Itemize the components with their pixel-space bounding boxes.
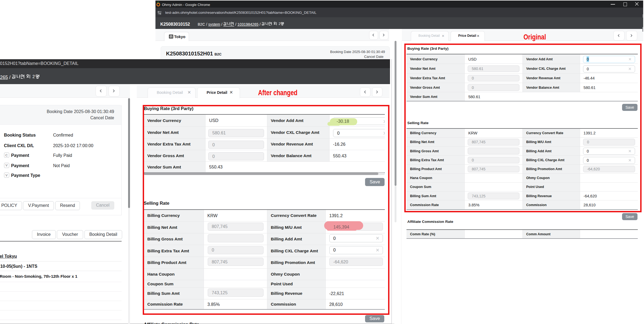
svg-text:2: 2 xyxy=(279,22,281,26)
svg-text:2: 2 xyxy=(32,74,35,79)
